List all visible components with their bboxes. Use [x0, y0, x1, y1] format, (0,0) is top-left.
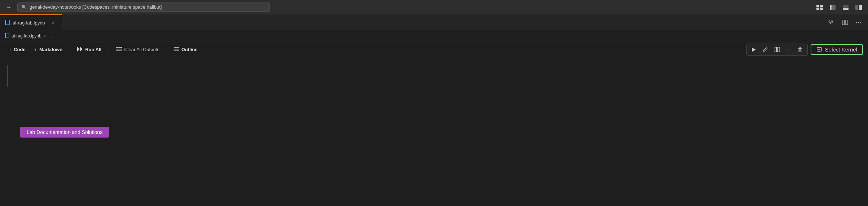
svg-rect-9 — [859, 5, 862, 10]
title-bar: → 🔍 genai-devday-notebooks [Codespaces: … — [0, 0, 868, 14]
layout-grid-icon[interactable] — [815, 3, 825, 11]
clear-outputs-icon — [116, 47, 122, 53]
settings-button[interactable] — [826, 17, 836, 27]
more-actions-icon: ··· — [856, 19, 862, 26]
notebook-icon — [5, 20, 10, 26]
svg-rect-1 — [820, 5, 823, 7]
workspace-title: genai-devday-notebooks [Codespaces: mini… — [30, 4, 162, 10]
toolbar-sep-1 — [70, 46, 70, 54]
edit-cell-button[interactable] — [760, 45, 771, 54]
toolbar: + Code + Markdown Run All Clear All Outp… — [0, 41, 868, 58]
outline-button[interactable]: Outline — [171, 45, 201, 54]
panel-toggle-icon[interactable] — [841, 3, 851, 11]
svg-rect-15 — [5, 33, 6, 37]
svg-rect-3 — [820, 8, 823, 10]
outline-label: Outline — [181, 47, 198, 52]
title-bar-right — [815, 3, 864, 11]
search-icon: 🔍 — [21, 5, 27, 10]
tab-bar: ai-rag-lab.ipynb × ··· — [0, 14, 868, 31]
svg-point-40 — [820, 49, 820, 50]
svg-rect-5 — [832, 5, 836, 10]
svg-rect-8 — [855, 5, 858, 10]
outline-icon — [174, 47, 179, 53]
toolbar-more-icon: ··· — [206, 46, 213, 53]
tab-bar-actions: ··· — [822, 14, 868, 30]
svg-rect-11 — [5, 20, 6, 24]
cell-action-bar: ··· — [746, 44, 808, 56]
sidebar-toggle-icon[interactable] — [828, 3, 838, 11]
more-actions-button[interactable]: ··· — [854, 17, 864, 27]
add-code-icon: + — [9, 47, 12, 53]
select-kernel-button[interactable]: Select Kernel — [811, 44, 863, 55]
clear-outputs-button[interactable]: Clear All Outputs — [113, 45, 163, 54]
breadcrumb-separator: > — [44, 33, 46, 39]
svg-rect-4 — [830, 5, 832, 10]
run-cell-button[interactable] — [749, 45, 759, 54]
notebook-content: Lab Documentation and Solutions — [0, 58, 868, 206]
breadcrumb-filename[interactable]: ai-rag-lab.ipynb — [12, 33, 41, 39]
clear-outputs-label: Clear All Outputs — [124, 47, 159, 52]
toolbar-sep-3 — [167, 46, 167, 54]
svg-marker-16 — [77, 47, 80, 52]
breadcrumb-file-icon — [5, 33, 9, 39]
add-markdown-label: Markdown — [39, 47, 62, 52]
add-markdown-button[interactable]: + Markdown — [31, 45, 66, 54]
delete-cell-button[interactable] — [795, 45, 805, 54]
svg-point-38 — [818, 49, 819, 50]
split-cell-button[interactable] — [772, 45, 782, 54]
svg-rect-28 — [777, 47, 780, 52]
svg-point-39 — [819, 49, 820, 50]
svg-rect-27 — [775, 47, 777, 52]
cell-left-bar — [7, 65, 8, 87]
add-code-button[interactable]: + Code — [5, 45, 29, 54]
tab-ai-rag-lab[interactable]: ai-rag-lab.ipynb × — [0, 14, 62, 30]
svg-rect-7 — [843, 8, 849, 10]
run-all-icon — [77, 47, 83, 53]
tab-close-button[interactable]: × — [50, 19, 57, 26]
svg-rect-0 — [816, 5, 819, 7]
svg-rect-12 — [842, 20, 845, 25]
run-all-button[interactable]: Run All — [74, 45, 105, 54]
run-all-label: Run All — [85, 47, 101, 52]
cell-badge-label: Lab Documentation and Solutions — [27, 129, 102, 135]
tab-label: ai-rag-lab.ipynb — [13, 20, 45, 26]
breadcrumb-more[interactable]: ... — [48, 33, 52, 39]
cell-more-icon: ··· — [786, 47, 791, 52]
add-code-label: Code — [14, 47, 26, 52]
back-arrow[interactable]: → — [4, 3, 13, 12]
search-bar[interactable]: 🔍 genai-devday-notebooks [Codespaces: mi… — [17, 3, 270, 12]
svg-marker-26 — [752, 48, 756, 52]
toolbar-more-button[interactable]: ··· — [203, 45, 217, 54]
add-markdown-icon: + — [34, 47, 37, 53]
layout-split-icon[interactable] — [854, 3, 864, 11]
split-editor-button[interactable] — [840, 17, 850, 27]
toolbar-right: ··· Select — [746, 44, 863, 56]
svg-rect-13 — [846, 20, 848, 25]
breadcrumb-bar: ai-rag-lab.ipynb > ... — [0, 31, 868, 41]
select-kernel-label: Select Kernel — [825, 46, 857, 53]
svg-rect-2 — [816, 8, 819, 10]
svg-marker-17 — [80, 47, 83, 52]
toolbar-sep-2 — [109, 46, 109, 54]
cell-badge[interactable]: Lab Documentation and Solutions — [20, 127, 109, 138]
cell-more-button[interactable]: ··· — [784, 45, 794, 54]
